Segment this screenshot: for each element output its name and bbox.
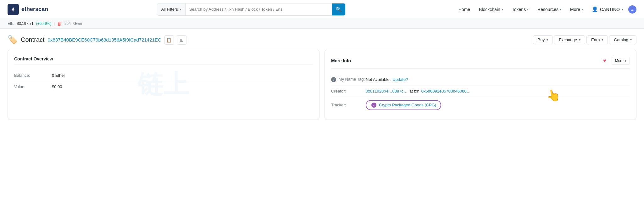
nav-more[interactable]: More ▾ — [566, 4, 587, 14]
tracker-name: Crypto Packaged Goods (CPG) — [379, 103, 436, 107]
update-link[interactable]: Update? — [392, 77, 408, 82]
search-button[interactable]: 🔍 — [332, 3, 345, 15]
nav-tokens-label: Tokens — [512, 7, 526, 12]
more-info-card: More Info ♥ More ▾ ? My Name Tag: Not Av… — [325, 50, 636, 120]
navbar: etherscan All Filters ▾ 🔍 Home Blockchai… — [0, 0, 644, 19]
logo-icon — [8, 4, 19, 15]
contract-label: Contract — [21, 36, 45, 43]
filter-chevron-icon: ▾ — [180, 8, 181, 11]
gas-icon: ⛽ — [58, 22, 62, 26]
creator-label: Creator: — [331, 89, 366, 93]
nav-home-label: Home — [458, 7, 470, 12]
logo[interactable]: etherscan — [8, 4, 48, 15]
exchange-label: Exchange — [559, 37, 577, 42]
copy-address-button[interactable]: 📋 — [164, 35, 174, 45]
search-input[interactable] — [186, 3, 332, 15]
sub-header: Eth: $3,197.71 (+5.49%) | ⛽ 254 Gwei — [0, 19, 644, 29]
grid-view-button[interactable]: ⊞ — [177, 35, 186, 45]
eth-change: (+5.49%) — [36, 21, 52, 26]
name-tag-question-icon: ? — [331, 77, 336, 82]
nav-more-label: More — [570, 7, 580, 12]
more-options-label: More — [615, 59, 624, 63]
contract-header: 🏷️ Contract 0x837B40BE9CE60C79b63d1356A5… — [8, 35, 636, 45]
tracker-pill[interactable]: C Crypto Packaged Goods (CPG) — [366, 100, 441, 110]
navbar-left: etherscan — [8, 4, 48, 15]
exchange-button[interactable]: Exchange ▾ — [554, 35, 585, 44]
creator-value: 0x011928b4…8887c… at txn 0x5d6092e35708b… — [366, 89, 471, 93]
contract-title: 🏷️ Contract 0x837B40BE9CE60C79b63d1356A5… — [8, 35, 186, 45]
filter-label: All Filters — [161, 7, 178, 12]
buy-label: Buy — [538, 37, 545, 42]
value-label: Value: — [14, 84, 52, 89]
nav-tokens[interactable]: Tokens ▾ — [508, 4, 532, 14]
search-bar: All Filters ▾ 🔍 — [157, 3, 346, 16]
creator-address[interactable]: 0x011928b4…8887c… — [366, 89, 408, 93]
overview-title: Contract Overview — [14, 56, 313, 65]
tracker-value: C Crypto Packaged Goods (CPG) — [366, 100, 441, 110]
nav-resources-label: Resources — [537, 7, 558, 12]
exchange-chevron-icon: ▾ — [579, 38, 580, 42]
eth-label: Eth: — [8, 21, 14, 26]
contract-overview-card: 链上 Contract Overview Balance: 0 Ether Va… — [8, 50, 319, 120]
name-tag-row: ? My Name Tag: Not Available, Update? — [331, 74, 630, 86]
gaming-chevron-icon: ▾ — [630, 38, 632, 42]
svg-text:C: C — [373, 104, 375, 107]
creator-row: Creator: 0x011928b4…8887c… at txn 0x5d60… — [331, 86, 630, 97]
balance-label: Balance: — [14, 73, 52, 78]
favorite-button[interactable]: ♥ — [600, 56, 609, 65]
earn-label: Earn — [591, 37, 600, 42]
name-tag-value: Not Available, Update? — [366, 77, 408, 82]
gas-value: 254 — [64, 21, 71, 26]
balance-row: Balance: 0 Ether — [14, 70, 313, 81]
nav-user[interactable]: 👤 CANTINO ▾ — [588, 4, 627, 14]
contract-address[interactable]: 0x837B40BE9CE60C79b63d1356A5f9fCad721421… — [48, 37, 161, 42]
more-info-actions: ♥ More ▾ — [600, 56, 630, 65]
gaming-button[interactable]: Gaming ▾ — [609, 35, 636, 44]
blockchain-chevron-icon: ▾ — [502, 8, 503, 11]
resources-chevron-icon: ▾ — [560, 8, 561, 11]
content: 🏷️ Contract 0x837B40BE9CE60C79b63d1356A5… — [0, 29, 644, 126]
nav-blockchain-label: Blockchain — [479, 7, 500, 12]
logo-text: etherscan — [21, 6, 48, 13]
action-buttons: Buy ▾ Exchange ▾ Earn ▾ Gaming ▾ — [533, 35, 636, 44]
value-value: $0.00 — [52, 84, 62, 89]
name-tag-label: ? My Name Tag: — [331, 77, 366, 82]
separator: | — [54, 21, 55, 26]
balance-value: 0 Ether — [52, 73, 65, 78]
eth-logo: Ξ — [628, 5, 636, 14]
contract-emoji: 🏷️ — [8, 35, 18, 45]
gaming-label: Gaming — [614, 37, 628, 42]
gas-unit: Gwei — [73, 21, 82, 26]
search-filter-btn[interactable]: All Filters ▾ — [157, 3, 185, 15]
tracker-row: Tracker: C Crypto Packaged Goods (CPG) — [331, 97, 630, 113]
more-chevron-icon: ▾ — [581, 8, 583, 11]
tokens-chevron-icon: ▾ — [527, 8, 529, 11]
creator-at: at txn — [409, 89, 419, 93]
earn-chevron-icon: ▾ — [602, 38, 603, 42]
value-row: Value: $0.00 — [14, 81, 313, 92]
more-options-button[interactable]: More ▾ — [612, 57, 630, 65]
tracker-label: Tracker: — [331, 103, 366, 107]
earn-button[interactable]: Earn ▾ — [586, 35, 608, 44]
eth-price: $3,197.71 — [17, 21, 33, 26]
nav-user-label: CANTINO — [600, 7, 620, 12]
more-info-title: More Info — [331, 58, 351, 63]
user-chevron-icon: ▾ — [622, 8, 623, 11]
tracker-icon: C — [371, 102, 377, 108]
creator-txn[interactable]: 0x5d6092e35708b46080… — [421, 89, 471, 93]
more-options-chevron-icon: ▾ — [625, 59, 626, 63]
main-grid: 链上 Contract Overview Balance: 0 Ether Va… — [8, 50, 636, 120]
more-info-header: More Info ♥ More ▾ — [331, 56, 630, 69]
nav-blockchain[interactable]: Blockchain ▾ — [475, 4, 507, 14]
buy-button[interactable]: Buy ▾ — [533, 35, 553, 44]
nav-resources[interactable]: Resources ▾ — [534, 4, 565, 14]
nav-home[interactable]: Home — [455, 4, 474, 14]
navbar-right: Home Blockchain ▾ Tokens ▾ Resources ▾ M… — [455, 4, 636, 14]
buy-chevron-icon: ▾ — [547, 38, 548, 42]
